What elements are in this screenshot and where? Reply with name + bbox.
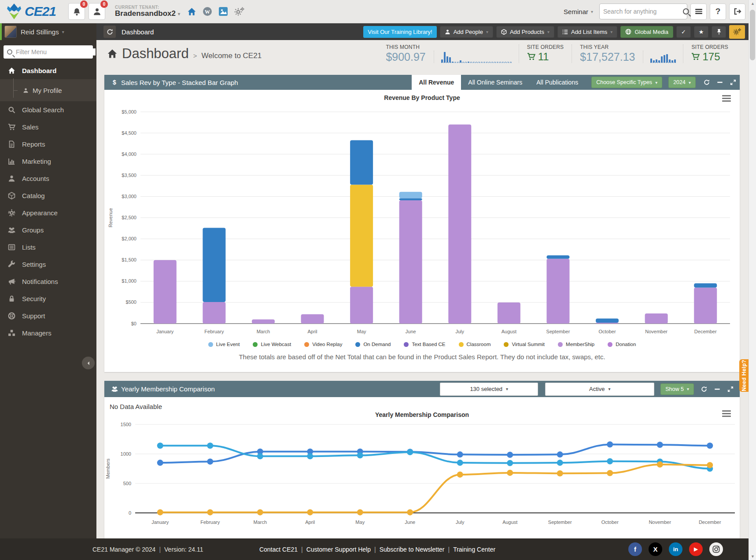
logo-text: CE21	[25, 4, 56, 19]
svg-text:April: April	[308, 329, 317, 334]
tenant-selector[interactable]: Bradensandbox2 ▾	[115, 10, 180, 18]
facebook-icon[interactable]: f	[628, 542, 642, 556]
sidebar-item-global-search[interactable]: Global Search	[0, 101, 96, 118]
sidebar-item-accounts[interactable]: Accounts	[0, 170, 96, 187]
user-menu[interactable]: Reid Stillings▾	[0, 23, 96, 40]
choose-specific-types-button[interactable]: Choose Specific Types▾	[591, 77, 662, 88]
sidebar-item-sales[interactable]: Sales	[0, 118, 96, 136]
refresh-icon	[704, 79, 710, 85]
training-library-button[interactable]: Visit Our Training Library!	[363, 26, 436, 38]
svg-text:December: December	[699, 519, 721, 525]
panel-collapse-button[interactable]	[713, 75, 726, 90]
add-list-items-button[interactable]: Add List Items▾	[557, 26, 617, 38]
sidebar-item-marketing[interactable]: Marketing	[0, 153, 96, 170]
svg-text:June: June	[406, 329, 416, 334]
sidebar-item-lists[interactable]: Lists	[0, 239, 96, 256]
legend-item-live-webcast[interactable]: Live Webcast	[253, 342, 291, 347]
tab-all-revenue[interactable]: All Revenue	[412, 75, 461, 90]
home-link-icon[interactable]	[187, 7, 196, 16]
stat-site-orders: SITE ORDERS175	[683, 44, 736, 63]
sidebar-item-support[interactable]: Support	[0, 307, 96, 324]
need-help-tab[interactable]: Need Help?	[739, 359, 749, 392]
footer-link-contact-ce21[interactable]: Contact CE21	[259, 546, 298, 553]
messages-button[interactable]: 0	[89, 3, 105, 20]
status-dropdown[interactable]: Active▾	[545, 383, 654, 396]
legend-item-membership[interactable]: MemberShip	[558, 342, 594, 347]
sidebar-item-security[interactable]: Security	[0, 290, 96, 307]
sidebar-item-reports[interactable]: Reports	[0, 136, 96, 153]
footer-link-customer-support-help[interactable]: Customer Support Help	[306, 546, 371, 553]
footer-link-subscribe-to-newsletter[interactable]: Subscribe to Newsletter	[380, 546, 445, 553]
year-selector-button[interactable]: 2024▾	[668, 77, 696, 88]
chart-context-menu-icon[interactable]	[722, 410, 731, 418]
linkedin-icon[interactable]: in	[669, 542, 682, 556]
legend-item-text-based-ce[interactable]: Text Based CE	[404, 342, 445, 347]
page-scrollbar[interactable]: ▲ ▼	[749, 0, 756, 560]
favorites-button[interactable]: ★	[694, 26, 708, 38]
logout-button[interactable]	[729, 4, 745, 20]
search-input[interactable]	[603, 8, 683, 15]
svg-text:$500: $500	[126, 299, 136, 305]
legend-swatch	[504, 342, 509, 347]
sidebar-item-appearance[interactable]: Appearance	[0, 204, 96, 221]
sidebar-item-my-profile[interactable]: My Profile	[0, 83, 96, 98]
panel-expand-button[interactable]	[724, 381, 737, 397]
sidebar-item-settings[interactable]: Settings	[0, 256, 96, 273]
filter-menu-input[interactable]	[16, 48, 96, 55]
sidebar-item-catalog[interactable]: Catalog	[0, 187, 96, 204]
panel-expand-button[interactable]	[726, 75, 740, 90]
legend-item-video-replay[interactable]: Video Replay	[304, 342, 342, 347]
pinned-button[interactable]	[712, 26, 726, 38]
sidebar-item-groups[interactable]: Groups	[0, 221, 96, 239]
youtube-icon[interactable]: ▶	[689, 542, 703, 556]
legend-item-virtual-summit[interactable]: Virtual Summit	[504, 342, 545, 347]
add-products-button[interactable]: Add Products▾	[496, 26, 554, 38]
memberships-selected-dropdown[interactable]: 130 selected▾	[440, 383, 538, 396]
chart-context-menu-icon[interactable]	[722, 95, 731, 103]
svg-text:$1,000: $1,000	[122, 278, 136, 284]
ce21-logo-icon	[5, 3, 23, 20]
footer-links: Contact CE21|Customer Support Help|Subsc…	[104, 546, 650, 553]
panel-collapse-button[interactable]	[711, 381, 724, 397]
global-search-box	[599, 4, 687, 19]
refresh-page-button[interactable]	[103, 26, 116, 38]
sidebar-item-dashboard[interactable]: Dashboard	[0, 62, 96, 79]
global-media-button[interactable]: Global Media	[620, 26, 673, 38]
add-people-button[interactable]: Add People▾	[440, 26, 493, 38]
context-selector[interactable]: Seminar ▾	[564, 8, 593, 15]
ce21-logo[interactable]: CE21	[5, 3, 56, 20]
check-tasks-button[interactable]: ✓	[676, 26, 691, 38]
tab-all-publications[interactable]: All Publications	[529, 75, 585, 90]
toolbar-actions: Visit Our Training Library! Add People▾ …	[363, 25, 745, 39]
help-button[interactable]: ?	[710, 4, 726, 20]
legend-item-donation[interactable]: Donation	[608, 342, 636, 347]
site-settings-gears-icon[interactable]	[234, 7, 245, 16]
notifications-button[interactable]: 0	[68, 3, 85, 20]
footer-socials: fXin▶	[628, 542, 723, 556]
legend-item-classroom[interactable]: Classroom	[459, 342, 491, 347]
search-icon[interactable]	[683, 8, 689, 15]
tab-all-online-seminars[interactable]: All Online Seminars	[461, 75, 529, 90]
legend-item-live-event[interactable]: Live Event	[208, 342, 240, 347]
instagram-icon[interactable]	[709, 542, 723, 556]
scrollbar-thumb[interactable]	[750, 10, 755, 60]
show-count-button[interactable]: Show 5▾	[660, 383, 694, 395]
wordpress-icon[interactable]: W	[203, 7, 212, 16]
chevron-down-icon: ▾	[506, 387, 508, 391]
person-icon	[93, 7, 101, 16]
sidebar-collapse-button[interactable]	[82, 357, 95, 369]
panel-refresh-button[interactable]	[700, 75, 713, 90]
scroll-down-arrow[interactable]: ▼	[749, 554, 756, 559]
legend-item-on-demand[interactable]: On Demand	[355, 342, 391, 347]
menu-button[interactable]	[690, 4, 707, 20]
scroll-up-arrow[interactable]: ▲	[749, 1, 756, 6]
x-twitter-icon[interactable]: X	[649, 542, 662, 556]
settings-gears-button[interactable]	[729, 25, 745, 39]
footer-link-training-center[interactable]: Training Center	[453, 546, 495, 553]
cart-icon	[527, 52, 535, 61]
panel-refresh-button[interactable]	[697, 381, 711, 397]
sidebar-item-notifications[interactable]: Notifications	[0, 273, 96, 290]
media-library-icon[interactable]	[218, 7, 228, 16]
top-bar: CE21 0 0 CURRENT TENANT: Bradensandbox2 …	[0, 0, 756, 23]
sidebar-item-managers[interactable]: Managers	[0, 324, 96, 342]
